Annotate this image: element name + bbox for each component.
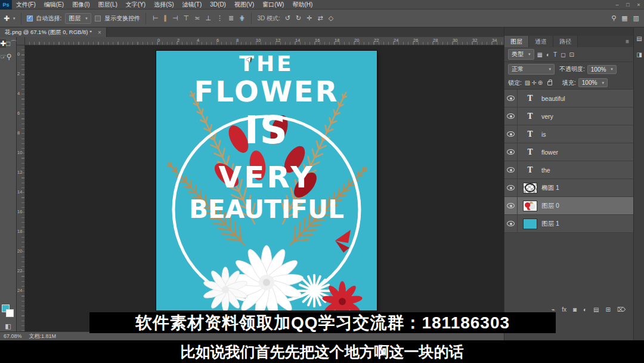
3d-drag-icon[interactable]: ✛ <box>305 14 313 22</box>
layer-visibility-toggle[interactable] <box>504 143 518 161</box>
background-color-swatch[interactable] <box>6 309 14 317</box>
lock-icons: ▨✛⊕ <box>524 79 543 86</box>
shape-filter-icon[interactable]: ◻ <box>560 51 566 58</box>
auto-select-label: 自动选择: <box>36 14 62 23</box>
poster-line: IS <box>156 111 377 149</box>
distribute-horizontal-icon[interactable]: ⋮ <box>215 14 224 22</box>
align-left-icon[interactable]: ⊢ <box>151 14 160 22</box>
align-bottom-icon[interactable]: ⊥ <box>204 14 212 22</box>
zoom-level[interactable]: 67.08% <box>4 333 22 339</box>
window-controls: –□× <box>612 0 644 10</box>
layer-row[interactable]: Tvery <box>504 107 633 125</box>
menu-item[interactable]: 选择(S) <box>150 0 178 10</box>
tool-preset-caret-icon[interactable]: ▾ <box>13 16 16 21</box>
search-icon[interactable]: ⚲ <box>610 14 617 22</box>
separator <box>145 13 146 24</box>
pixel-filter-icon[interactable]: ▦ <box>537 51 543 58</box>
layer-visibility-toggle[interactable] <box>504 197 518 214</box>
menu-item[interactable]: 图层(L) <box>94 0 122 10</box>
quick-mask-icon[interactable]: ◧ <box>0 322 16 330</box>
delete-layer-icon[interactable]: ⌦ <box>617 306 626 313</box>
menu-item[interactable]: 滤镜(T) <box>178 0 206 10</box>
layer-mask-icon[interactable]: ◙ <box>572 306 577 313</box>
menu-item[interactable]: 视图(V) <box>230 0 258 10</box>
ruler-number: 0 <box>157 38 160 43</box>
3d-scale-icon[interactable]: ◇ <box>327 14 335 22</box>
align-right-icon[interactable]: ⊣ <box>171 14 179 22</box>
layer-name: 椭圆 1 <box>541 184 559 192</box>
align-middle-icon[interactable]: ≍ <box>193 14 201 22</box>
maximize-button[interactable]: □ <box>623 0 633 10</box>
separator <box>251 13 252 24</box>
tab-channels[interactable]: 通道 <box>529 36 553 47</box>
menu-item[interactable]: 窗口(W) <box>258 0 288 10</box>
layer-row[interactable]: Tflower <box>504 143 633 161</box>
document-canvas[interactable]: THEFLOWERISVERYBEAUTIFUL <box>156 51 377 310</box>
menu-item[interactable]: 文字(Y) <box>122 0 150 10</box>
lock-pixels-icon[interactable]: ✛ <box>531 79 537 86</box>
layer-row[interactable]: Tbeautiful <box>504 90 633 107</box>
filter-type-dropdown[interactable]: 类型 <box>508 49 534 60</box>
layer-visibility-toggle[interactable] <box>504 161 518 179</box>
layer-row[interactable]: Tis <box>504 125 633 143</box>
panel-menu-icon[interactable]: ≡ <box>621 36 633 47</box>
layer-visibility-toggle[interactable] <box>504 179 518 196</box>
workspace-grid-icon[interactable]: ▦ <box>620 14 628 22</box>
smart-object-filter-icon[interactable]: ⊡ <box>568 51 574 58</box>
layer-row[interactable]: 图层 1 <box>504 215 633 233</box>
menu-item[interactable]: 图像(I) <box>68 0 94 10</box>
show-transform-checkbox[interactable] <box>95 16 101 21</box>
adjustment-layer-icon[interactable]: ◐ <box>583 306 587 313</box>
3d-slide-icon[interactable]: ⇄ <box>316 14 324 22</box>
align-center-horizontal-icon[interactable]: ∥ <box>162 14 168 22</box>
lock-all-icon[interactable] <box>547 81 552 85</box>
layer-thumbnail: T <box>523 147 537 158</box>
3d-roll-icon[interactable]: ↻ <box>295 14 302 22</box>
opacity-dropdown[interactable]: 100% <box>587 65 617 74</box>
group-layers-icon[interactable]: ▤ <box>593 306 599 313</box>
layer-style-icon[interactable]: fx <box>561 306 567 313</box>
layer-visibility-toggle[interactable] <box>504 125 518 143</box>
distribute-spacing-icon[interactable]: ⋕ <box>238 14 246 22</box>
layer-visibility-toggle[interactable] <box>504 215 518 232</box>
align-top-icon[interactable]: ⊤ <box>182 14 191 22</box>
move-tool[interactable]: ✚ <box>0 39 6 48</box>
distribute-vertical-icon[interactable]: ≣ <box>227 14 235 22</box>
adjustment-filter-icon[interactable]: ◐ <box>546 51 550 58</box>
tools-list: ✚□⌒✱#✎⊕✏⊙↺▭▥○◐✒T▶◇☞⚲ <box>0 37 16 63</box>
menu-item[interactable]: 帮助(H) <box>288 0 317 10</box>
tab-layers[interactable]: 图层 <box>504 36 529 47</box>
layer-row[interactable]: Tthe <box>504 161 633 179</box>
close-button[interactable]: × <box>633 0 644 10</box>
move-tool-icon[interactable]: ✚ <box>4 14 10 23</box>
layer-visibility-toggle[interactable] <box>504 90 518 107</box>
minimize-button[interactable]: – <box>612 0 623 10</box>
layer-visibility-toggle[interactable] <box>504 107 518 125</box>
history-panel-icon[interactable]: ▤ <box>634 33 644 44</box>
workspace-columns-icon[interactable]: ▥ <box>632 14 640 22</box>
close-tab-icon[interactable]: × <box>98 29 101 36</box>
panel-spacer <box>504 27 633 36</box>
3d-rotate-icon[interactable]: ↺ <box>284 14 292 22</box>
menu-item[interactable]: 编辑(E) <box>40 0 68 10</box>
tab-paths[interactable]: 路径 <box>553 36 578 47</box>
zoom-tool[interactable]: ⚲ <box>7 53 12 61</box>
auto-select-checkbox[interactable] <box>27 16 33 21</box>
fill-dropdown[interactable]: 100% <box>578 78 608 87</box>
properties-panel-icon[interactable]: ◨ <box>634 49 644 60</box>
menu-item[interactable]: 文件(F) <box>12 0 40 10</box>
type-filter-icon[interactable]: T <box>553 51 558 58</box>
lock-transparency-icon[interactable]: ▨ <box>524 79 531 86</box>
document-tab[interactable]: 花.png @ 67.1% (图层 0, RGB/8) * × <box>0 27 107 37</box>
layer-row[interactable]: 椭圆 1 <box>504 179 633 197</box>
lock-position-icon[interactable]: ⊕ <box>537 79 543 86</box>
layer-row[interactable]: 图层 0 <box>504 197 633 215</box>
auto-select-target-dropdown[interactable]: 图层 <box>65 13 91 24</box>
blend-mode-dropdown[interactable]: 正常 <box>508 64 555 75</box>
ruler-number: 8 <box>17 130 20 136</box>
new-layer-icon[interactable]: ⊞ <box>605 306 611 313</box>
video-subtitle: 比如说我们首先先把这个地方啊这一块的话 <box>181 342 464 362</box>
menu-items: 文件(F)编辑(E)图像(I)图层(L)文字(Y)选择(S)滤镜(T)3D(D)… <box>12 0 317 10</box>
hand-tool[interactable]: ☞ <box>0 53 7 61</box>
menu-item[interactable]: 3D(D) <box>206 0 230 10</box>
